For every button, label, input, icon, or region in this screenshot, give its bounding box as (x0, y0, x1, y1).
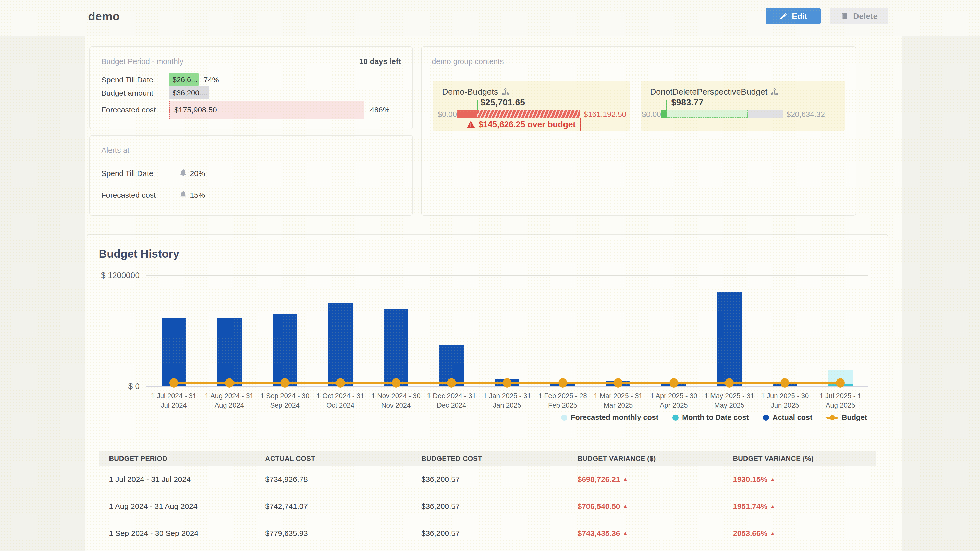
variance-cell: 1951.74%▲ (733, 493, 775, 519)
budget-tile-name: Demo-Budgets (442, 87, 498, 97)
edit-button[interactable]: Edit (765, 8, 821, 24)
x-axis-tick-label: 1 Jul 2024 - 31Jul 2024 (146, 391, 202, 410)
variance-cell: 2053.66%▲ (733, 520, 775, 547)
table-column-header: BUDGETED COST (422, 451, 482, 466)
y-axis-label-zero: $ 0 (92, 382, 140, 391)
table-body: 1 Jul 2024 - 31 Jul 2024$734,926.78$36,2… (99, 466, 876, 547)
alerts-card-title: Alerts at (101, 146, 129, 155)
legend-dot-icon (673, 414, 679, 421)
legend-line-icon (826, 416, 838, 419)
hierarchy-icon (770, 88, 779, 96)
budget-tile-name: DonotDeletePerspectiveBudget (650, 87, 767, 97)
table-cell: $742,741.07 (265, 493, 308, 519)
bar-min-label: $0.00 (642, 110, 661, 119)
legend-item-budget[interactable]: Budget (826, 413, 867, 422)
legend-dot-icon (763, 414, 769, 421)
budget-history-table: BUDGET PERIODACTUAL COSTBUDGETED COSTBUD… (99, 451, 876, 547)
actual-cost-bar (717, 292, 741, 386)
budget-point (225, 378, 234, 388)
budget-point (670, 378, 678, 388)
alert-forecast-label: Forecasted cost (101, 191, 156, 200)
table-cell: $734,926.78 (265, 466, 308, 492)
legend-item-month-to-date-cost[interactable]: Month to Date cost (673, 413, 749, 422)
delete-button[interactable]: Delete (830, 8, 888, 24)
actual-cost-bar (384, 310, 408, 386)
spend-segment (662, 110, 667, 118)
variance-cell: $706,540.50▲ (578, 493, 628, 519)
variance-up-icon: ▲ (623, 476, 628, 482)
over-budget-hatch (477, 110, 580, 118)
pencil-icon (779, 12, 788, 21)
x-axis-tick-label: 1 Feb 2025 - 28Feb 2025 (535, 391, 590, 410)
table-cell: $36,200.57 (422, 493, 460, 519)
variance-cell: $743,435.36▲ (578, 520, 628, 547)
x-axis-tick-label: 1 Jul 2025 - 1Aug 2025 (813, 391, 868, 410)
variance-up-icon: ▲ (623, 503, 628, 509)
table-row: 1 Aug 2024 - 31 Aug 2024$742,741.07$36,2… (99, 493, 876, 520)
budget-point (725, 378, 734, 388)
budget-amount-label: Budget amount (101, 89, 153, 97)
gridline-middle (146, 331, 868, 331)
over-budget-note: $145,626.25 over budget (457, 120, 585, 129)
budget-tile-demo-budgets[interactable]: Demo-Budgets $25,701.65 $0.00 $161,192.5… (433, 81, 630, 130)
actual-cost-bar (272, 314, 297, 386)
chart-title: Budget History (99, 248, 179, 260)
top-bar: demo Edit Delete (0, 0, 980, 36)
x-axis-tick-label: 1 Oct 2024 - 31Oct 2024 (313, 391, 368, 410)
spend-till-date-label: Spend Till Date (101, 76, 153, 84)
x-axis-tick-label: 1 Sep 2024 - 30Sep 2024 (257, 391, 313, 410)
variance-cell: $698,726.21▲ (578, 466, 628, 492)
table-cell: 1 Jul 2024 - 31 Jul 2024 (109, 466, 191, 492)
forecast-zone (662, 110, 748, 118)
variance-up-icon: ▲ (770, 503, 775, 509)
trash-icon (840, 12, 849, 21)
bar-max-label: $20,634.32 (787, 110, 825, 119)
bar-min-label: $0.00 (438, 110, 457, 119)
alert-spend-value: 20% (190, 169, 205, 178)
forecasted-cost-bar: $175,908.50 (169, 100, 364, 119)
table-column-header: BUDGET VARIANCE (%) (733, 451, 814, 466)
spend-marker-value: $983.77 (671, 97, 703, 107)
variance-up-icon: ▲ (770, 476, 775, 482)
x-axis-tick-label: 1 Jun 2025 - 30Jun 2025 (757, 391, 813, 410)
spend-till-date-chip: $26,6... (169, 73, 199, 86)
x-axis-tick-label: 1 Dec 2024 - 31Dec 2024 (424, 391, 479, 410)
legend-item-actual-cost[interactable]: Actual cost (763, 413, 812, 422)
actual-cost-bar (217, 318, 242, 386)
budget-point (169, 378, 178, 388)
table-cell: $779,635.93 (265, 520, 308, 547)
warning-icon (466, 120, 475, 129)
budget-history-card: Budget History $ 1200000 $ 0 1 Jul 2024 … (87, 234, 888, 551)
budget-period-card-title: Budget Period - monthly (101, 57, 183, 66)
table-column-header: BUDGET VARIANCE ($) (578, 451, 656, 466)
table-cell: $36,200.57 (422, 466, 460, 492)
group-card-title: demo group contents (432, 57, 504, 66)
y-axis-label-max: $ 1200000 (92, 271, 140, 280)
spend-marker-value: $25,701.65 (480, 97, 525, 107)
group-contents-card: demo group contents Demo-Budgets $25,701… (421, 46, 856, 216)
budget-point (280, 378, 289, 388)
budget-point (836, 378, 845, 388)
days-left-label: 10 days left (360, 57, 401, 66)
budget-point (392, 378, 401, 388)
actual-cost-bar (328, 303, 353, 386)
budget-point (558, 378, 567, 388)
x-axis-tick-label: 1 Nov 2024 - 30Nov 2024 (368, 391, 424, 410)
variance-cell: 1930.15%▲ (733, 466, 775, 492)
budget-period-card: Budget Period - monthly 10 days left Spe… (89, 46, 413, 129)
budget-tile-donotdelete[interactable]: DonotDeletePerspectiveBudget $983.77 $0.… (641, 81, 845, 130)
budget-amount-chip: $36,200.... (169, 86, 209, 99)
table-row: 1 Jul 2024 - 31 Jul 2024$734,926.78$36,2… (99, 466, 876, 493)
variance-up-icon: ▲ (770, 530, 775, 536)
table-header-row: BUDGET PERIODACTUAL COSTBUDGETED COSTBUD… (99, 451, 876, 466)
forecasted-cost-label: Forecasted cost (101, 106, 156, 114)
budget-detail-page: demo Edit Delete Budget Period - monthly… (0, 0, 980, 551)
legend-label: Budget (842, 413, 867, 422)
legend-label: Forecasted monthly cost (571, 413, 659, 422)
bell-icon (179, 168, 187, 176)
table-cell: 1 Sep 2024 - 30 Sep 2024 (109, 520, 198, 547)
forecasted-cost-value: $175,908.50 (174, 106, 217, 114)
x-axis-tick-label: 1 Aug 2024 - 31Aug 2024 (202, 391, 257, 410)
legend-item-forecasted-monthly-cost[interactable]: Forecasted monthly cost (561, 413, 659, 422)
table-cell: 1 Aug 2024 - 31 Aug 2024 (109, 493, 197, 519)
